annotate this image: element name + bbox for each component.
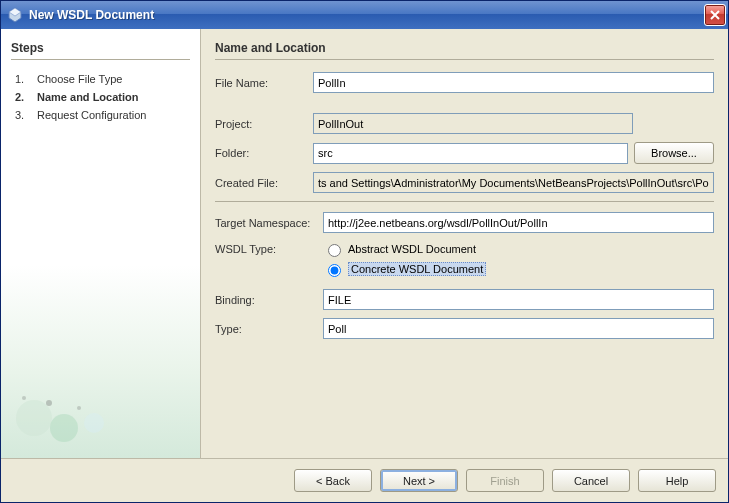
step-number: 3. [15,109,29,121]
type-select[interactable]: Poll [323,318,714,339]
step-item: 1. Choose File Type [11,70,190,88]
wsdl-type-label: WSDL Type: [215,241,317,255]
row-created-file: Created File: [215,172,714,193]
svg-point-5 [46,400,52,406]
page-title: Name and Location [215,41,714,55]
binding-label: Binding: [215,294,317,306]
steps-list: 1. Choose File Type 2. Name and Location… [11,70,190,124]
file-name-label: File Name: [215,77,307,89]
browse-button[interactable]: Browse... [634,142,714,164]
cancel-button[interactable]: Cancel [552,469,630,492]
target-namespace-label: Target Namespace: [215,217,317,229]
created-file-label: Created File: [215,177,307,189]
radio-concrete-label: Concrete WSDL Document [348,262,486,276]
svg-point-7 [22,396,26,400]
folder-input[interactable] [313,143,628,164]
close-icon [710,10,720,20]
svg-point-3 [50,414,78,442]
project-label: Project: [215,118,307,130]
divider [215,59,714,60]
titlebar: New WSDL Document [1,1,728,29]
back-button[interactable]: < Back [294,469,372,492]
footer-buttons: < Back Next > Finish Cancel Help [1,458,728,502]
created-file-input [313,172,714,193]
step-item: 3. Request Configuration [11,106,190,124]
svg-point-4 [84,413,104,433]
radio-abstract-label: Abstract WSDL Document [348,243,476,255]
steps-heading: Steps [11,41,190,55]
step-number: 2. [15,91,29,103]
step-number: 1. [15,73,29,85]
binding-select[interactable]: FILE [323,289,714,310]
content-area: Steps 1. Choose File Type 2. Name and Lo… [1,29,728,458]
svg-point-2 [16,400,52,436]
step-item-current: 2. Name and Location [11,88,190,106]
target-namespace-input[interactable] [323,212,714,233]
radio-concrete[interactable] [328,264,341,277]
row-target-namespace: Target Namespace: [215,212,714,233]
step-label: Choose File Type [37,73,122,85]
divider [215,201,714,202]
step-label: Name and Location [37,91,138,103]
window-title: New WSDL Document [29,8,704,22]
finish-button[interactable]: Finish [466,469,544,492]
wsdl-type-radio-group: Abstract WSDL Document Concrete WSDL Doc… [323,241,486,281]
main-panel: Name and Location File Name: Project: Fo… [201,29,728,458]
divider [11,59,190,60]
row-file-name: File Name: [215,72,714,93]
steps-sidebar: Steps 1. Choose File Type 2. Name and Lo… [1,29,201,458]
row-folder: Folder: Browse... [215,142,714,164]
file-name-input[interactable] [313,72,714,93]
decorative-bubbles-icon [9,378,149,448]
radio-concrete-row: Concrete WSDL Document [323,261,486,277]
radio-abstract-row: Abstract WSDL Document [323,241,486,257]
type-label: Type: [215,323,317,335]
app-icon [7,7,23,23]
row-binding: Binding: FILE [215,289,714,310]
radio-abstract[interactable] [328,244,341,257]
svg-point-6 [77,406,81,410]
step-label: Request Configuration [37,109,146,121]
help-button[interactable]: Help [638,469,716,492]
next-button[interactable]: Next > [380,469,458,492]
folder-label: Folder: [215,147,307,159]
close-button[interactable] [704,4,726,26]
row-project: Project: [215,113,714,134]
dialog-window: New WSDL Document Steps 1. Choose File T… [0,0,729,503]
row-type: Type: Poll [215,318,714,339]
row-wsdl-type: WSDL Type: Abstract WSDL Document Concre… [215,241,714,281]
project-input [313,113,633,134]
